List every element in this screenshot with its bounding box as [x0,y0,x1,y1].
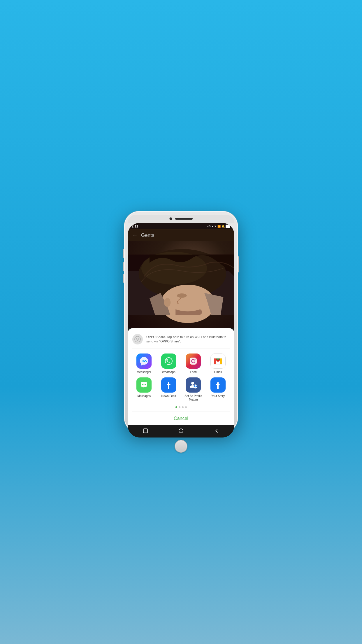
whatsapp-label: WhatsApp [162,370,175,374]
network-icon: 📶 [217,225,221,228]
dot-4[interactable] [185,406,187,408]
vibrate-icon: 🔔 [222,225,225,228]
instagram-label: Feed [190,370,197,374]
face-speaker [175,218,193,220]
app-header: ← Gents [128,229,234,241]
svg-rect-20 [188,380,198,390]
pagination-dots [132,404,230,412]
signal-icon: 4G ▲▼ [207,225,217,228]
oppo-share-icon [132,334,143,344]
share-app-whatsapp[interactable]: WhatsApp [157,354,181,374]
status-time: 2:11 [132,225,138,228]
svg-point-16 [142,384,143,385]
share-apps-grid: Messenger WhatsApp [132,349,230,404]
svg-point-26 [179,429,183,433]
back-button[interactable]: ← [132,232,138,238]
svg-point-5 [164,298,171,307]
share-app-instagram[interactable]: Feed [182,354,205,374]
instagram-icon [186,354,201,369]
nav-square-button[interactable] [142,428,149,434]
share-sheet: OPPO Share. Tap here to turn on Wi-Fi an… [128,328,234,425]
battery-icon: 99 [226,225,230,228]
messages-label: Messages [137,394,151,398]
share-app-messenger[interactable]: Messenger [132,354,156,374]
messenger-icon [136,354,152,369]
dot-3[interactable] [182,406,184,408]
newsfeed-label: News Feed [161,394,176,398]
status-icons: 4G ▲▼ 📶 🔔 99 [207,225,230,228]
image-area [128,241,234,328]
svg-point-12 [195,359,196,360]
newsfeed-icon [161,377,176,393]
oppo-share-text: OPPO Share. Tap here to turn on Wi-Fi an… [146,335,230,344]
nav-back-button[interactable] [213,428,220,434]
phone-face-top [128,215,234,223]
svg-rect-9 [190,358,197,365]
whatsapp-icon [161,354,176,369]
status-bar: 2:11 4G ▲▼ 📶 🔔 99 [128,223,234,229]
svg-point-23 [195,385,196,387]
bottom-nav [128,425,234,438]
svg-point-21 [191,382,194,385]
nav-home-button[interactable] [178,428,184,434]
cancel-button[interactable]: Cancel [132,412,230,425]
phone-inner: 2:11 4G ▲▼ 📶 🔔 99 ← Gents [128,223,234,438]
face-camera [169,217,172,220]
hair-illustration [128,241,234,328]
svg-point-17 [144,384,145,385]
share-app-messages[interactable]: Messages [132,377,156,402]
home-button[interactable] [175,440,187,453]
messages-icon [136,377,152,393]
svg-point-6 [177,293,187,298]
page-title: Gents [141,232,154,238]
yourstory-icon [210,377,226,393]
share-app-setprofile[interactable]: Set As Profile Picture [182,377,205,402]
messenger-label: Messenger [137,370,151,374]
svg-rect-25 [143,429,147,433]
phone-outer: 2:11 4G ▲▼ 📶 🔔 99 ← Gents [124,211,238,433]
share-app-gmail[interactable]: Gmail [206,354,230,374]
dot-1[interactable] [175,406,177,408]
oppo-share-row[interactable]: OPPO Share. Tap here to turn on Wi-Fi an… [132,333,230,349]
hair-image [128,241,234,328]
setprofile-label: Set As Profile Picture [182,394,205,402]
share-app-newsfeed[interactable]: News Feed [157,377,181,402]
yourstory-label: Your Story [211,394,225,398]
share-app-yourstory[interactable]: Your Story [206,377,230,402]
dot-2[interactable] [179,406,180,408]
gmail-icon [210,354,226,369]
gmail-label: Gmail [214,370,222,374]
setprofile-icon [186,377,201,393]
svg-point-18 [145,384,146,385]
